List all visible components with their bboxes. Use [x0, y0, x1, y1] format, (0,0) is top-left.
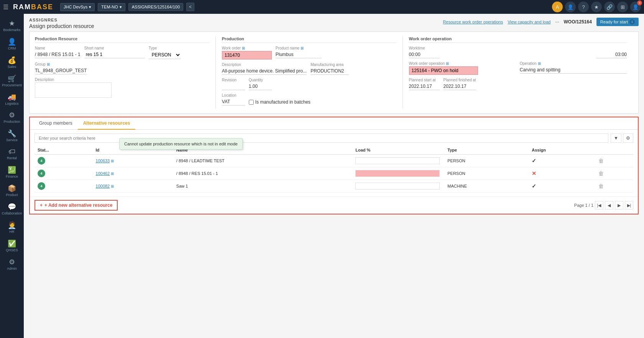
sidebar-item-hr[interactable]: 🧑‍💼 HR	[0, 219, 24, 236]
assign-x-icon[interactable]: ✕	[532, 170, 536, 176]
location-field: Location VAT	[222, 93, 245, 106]
next-page-btn[interactable]: ▶	[615, 201, 623, 209]
id-nav-icon[interactable]: ⊞	[111, 184, 114, 188]
worktime-field: Worktime 00:00	[409, 46, 440, 58]
sidebar-item-crm[interactable]: 👤 CRM	[0, 35, 24, 53]
menu-icon[interactable]: ☰	[3, 3, 8, 11]
product-name-label: Product name ⊞	[276, 46, 322, 50]
user-icon-btn[interactable]: 👤	[565, 2, 576, 12]
notification-icon-btn[interactable]: 👤 9	[630, 2, 641, 12]
first-page-btn[interactable]: |◀	[595, 201, 603, 209]
page-header: ASSIGNRES Assign production resource Res…	[29, 18, 639, 29]
add-alternative-resource-button[interactable]: + + Add new alternative resource	[34, 200, 118, 211]
row-delete[interactable]: 🗑	[595, 167, 633, 180]
type-label: Type	[149, 46, 181, 50]
help-icon-btn[interactable]: ?	[578, 2, 589, 12]
production-resource-title: Production Resource	[35, 36, 209, 43]
delete-icon[interactable]: 🗑	[598, 170, 604, 176]
row-load[interactable]	[352, 155, 444, 167]
tab-group-members[interactable]: Group members	[34, 117, 78, 130]
sidebar-item-service[interactable]: 🔧 Service	[0, 127, 24, 145]
row-type: PERSON	[444, 167, 529, 180]
load-bar-container[interactable]	[355, 157, 440, 164]
sidebar-item-rental[interactable]: 🏷 Rental	[0, 145, 24, 163]
load-bar-container[interactable]	[355, 183, 440, 190]
sidebar-item-collaboration[interactable]: 💬 Collaboration	[0, 200, 24, 218]
assign-check-icon[interactable]: ✓	[532, 183, 536, 189]
short-name-input[interactable]	[84, 51, 145, 58]
type-select[interactable]: PERSON MACHINE	[149, 51, 181, 59]
id-nav-icon[interactable]: ⊞	[111, 159, 114, 163]
row-name: / 8948 / LEADTIME TEST	[173, 155, 352, 167]
module-title: ASSIGNRES	[29, 18, 94, 22]
name-value: / 8948 / RES 15.01 - 1	[35, 51, 80, 58]
operation-value: Carving and spitting	[520, 66, 627, 74]
manufacturing-area-field: Manufacturing area PRODUCTION2	[310, 63, 349, 75]
back-button[interactable]: <	[186, 3, 194, 11]
last-page-btn[interactable]: ▶|	[625, 201, 633, 209]
planned-finish-field: Planned finished at 2022.10.17	[444, 78, 476, 90]
row-status: 4	[34, 167, 93, 180]
woo-input[interactable]	[409, 66, 478, 75]
id-link[interactable]: 100462	[96, 171, 110, 176]
crm-icon: 👤	[8, 38, 16, 46]
form-container: Production Resource Name / 8948 / RES 15…	[29, 31, 639, 114]
id-link[interactable]: 100082	[96, 184, 110, 188]
group-link-icon[interactable]: ⊞	[47, 62, 50, 66]
view-capacity-link[interactable]: View capacity and load	[508, 20, 550, 24]
delete-icon[interactable]: 🗑	[598, 158, 604, 164]
sidebar-item-finance[interactable]: 💹 Finance	[0, 163, 24, 181]
sidebar-item-logistics[interactable]: 🚚 Logistics	[0, 91, 24, 108]
row-load[interactable]	[352, 180, 444, 193]
quantity-value: 1.00	[249, 83, 272, 90]
star-icon-btn[interactable]: ★	[591, 2, 602, 12]
alert-icon-btn[interactable]: A	[552, 2, 563, 12]
sidebar-item-admin[interactable]: ⚙ Admin	[0, 256, 24, 273]
notification-badge: 9	[637, 0, 642, 5]
link-icon-btn[interactable]: 🔗	[604, 2, 615, 12]
row-type: MACHINE	[444, 180, 529, 193]
work-order-input[interactable]	[222, 51, 272, 59]
tab-header: Group members Alternative resources	[30, 117, 638, 130]
sales-icon: 💰	[8, 56, 16, 64]
col-load: Load %	[352, 146, 444, 155]
sidebar-item-procurement[interactable]: 🛒 Procurement	[0, 72, 24, 90]
quantity-label: Quantity	[249, 78, 272, 82]
id-nav-icon[interactable]: ⊞	[111, 171, 114, 176]
production-description-field: Description All-purpose home device. Sim…	[222, 63, 307, 75]
is-manufactured-checkbox[interactable]	[249, 100, 254, 105]
operation-field: Operation ⊞ Carving and spitting	[520, 61, 627, 74]
grid-icon-btn[interactable]: ⊞	[617, 2, 628, 12]
sidebar-item-production[interactable]: ⚙ Production	[0, 109, 24, 126]
id-link[interactable]: 100633	[96, 158, 110, 163]
prev-page-btn[interactable]: ◀	[605, 201, 613, 209]
row-delete[interactable]: 🗑	[595, 180, 633, 193]
sidebar-item-sales[interactable]: 💰 Sales	[0, 54, 24, 71]
delete-icon[interactable]: 🗑	[598, 183, 604, 189]
tab-alternative-resources[interactable]: Alternative resources	[78, 117, 136, 130]
woo-link-icon[interactable]: ⊞	[446, 61, 449, 66]
group-field-group: Group ⊞ TL_8948_GROUP_TEST Cannot update…	[35, 62, 209, 74]
settings-button[interactable]: ⚙	[623, 134, 633, 143]
planned-start-field: Planned start at 2022.10.17	[409, 78, 440, 90]
row-assign: ✓	[529, 155, 595, 167]
company-dropdown[interactable]: JHC DevSys ▾	[60, 3, 95, 11]
service-icon: 🔧	[8, 129, 16, 138]
product-icon: 📦	[8, 184, 16, 193]
assign-check-icon[interactable]: ✓	[532, 158, 536, 164]
row-delete[interactable]: 🗑	[595, 155, 633, 167]
row-load[interactable]	[352, 167, 444, 180]
filter-button[interactable]: ▼	[611, 134, 621, 143]
sidebar-item-qhses[interactable]: ✅ QHSES	[0, 237, 24, 255]
operation-link-icon[interactable]: ⊞	[538, 61, 541, 66]
load-bar-container[interactable]	[355, 170, 440, 177]
language-dropdown[interactable]: TEM-NO ▾	[98, 3, 125, 11]
ready-for-start-button[interactable]: Ready for start i	[596, 18, 639, 26]
work-order-link-icon[interactable]: ⊞	[242, 46, 245, 50]
planned-finish-value: 2022.10.17	[444, 83, 476, 90]
resource-work-order-link[interactable]: Resource work order operations	[443, 20, 503, 24]
sidebar-item-bookmarks[interactable]: ★ Bookmarks	[0, 17, 24, 35]
sidebar-item-product[interactable]: 📦 Product	[0, 182, 24, 200]
product-name-link-icon[interactable]: ⊞	[301, 46, 304, 50]
description-input[interactable]	[35, 82, 112, 98]
